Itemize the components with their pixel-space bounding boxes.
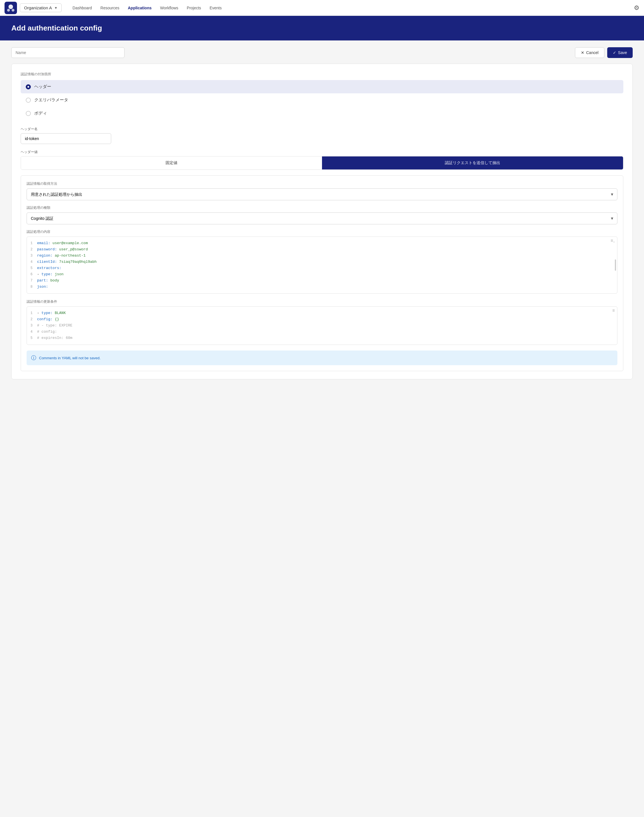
nav-links: Dashboard Resources Applications Workflo…: [69, 3, 634, 12]
svg-point-3: [12, 9, 14, 12]
nav-link-workflows[interactable]: Workflows: [156, 3, 182, 12]
top-bar-actions: ✕ Cancel ✓ Save: [575, 47, 633, 58]
update-condition-editor[interactable]: ☰ 1- type: BLANK2 config: {}3# - type: E…: [27, 307, 617, 345]
scroll-bar[interactable]: [615, 259, 616, 271]
code-line: 6 - type: json: [27, 271, 617, 277]
radio-label-header: ヘッダー: [34, 84, 51, 89]
update-condition-section: 認証情報の更新条件 ☰ 1- type: BLANK2 config: {}3#…: [27, 299, 617, 345]
svg-point-2: [7, 9, 10, 12]
form-card: 認証情報の付加箇所 ヘッダー クエリパラメータ: [11, 64, 633, 379]
auth-content-editor[interactable]: ☰⎯ 1email: user@example.com2password: us…: [27, 236, 617, 294]
code-line: 4# config:: [27, 329, 617, 335]
settings-icon[interactable]: ⚙: [634, 4, 639, 12]
radio-label-query: クエリパラメータ: [34, 97, 68, 103]
fetch-method-field: 認証情報の取得方法 用意された認証処理から抽出 ▼: [27, 181, 617, 200]
cancel-label: Cancel: [586, 51, 598, 55]
save-button[interactable]: ✓ Save: [607, 47, 633, 58]
radio-circle-header: [26, 84, 31, 89]
page-header: Add authentication config: [0, 16, 644, 40]
nav-link-applications[interactable]: Applications: [124, 3, 156, 12]
svg-point-1: [9, 5, 13, 9]
value-tabs: 固定値 認証リクエストを送信して抽出: [21, 156, 623, 170]
code-line: 3# - type: EXPIRE: [27, 322, 617, 329]
org-selector[interactable]: Organization A ▼: [20, 3, 62, 12]
nav-link-events[interactable]: Events: [206, 3, 226, 12]
radio-circle-query: [26, 98, 31, 103]
header-value-section: ヘッダー値 固定値 認証リクエストを送信して抽出: [21, 150, 623, 170]
code-line: 4clientId: 7siaq79aq0hql9abh: [27, 259, 617, 265]
page-title: Add authentication config: [11, 24, 633, 32]
info-icon: ⓘ: [31, 354, 36, 361]
auth-sub-section: 認証情報の取得方法 用意された認証処理から抽出 ▼ 認証処理の種類 Cognit…: [21, 175, 623, 371]
code-line: 3region: ap-northeast-1: [27, 253, 617, 259]
cancel-button[interactable]: ✕ Cancel: [575, 47, 604, 58]
radio-option-header[interactable]: ヘッダー: [21, 80, 623, 94]
cancel-icon: ✕: [581, 51, 584, 55]
radio-label-body: ボディ: [34, 110, 47, 116]
radio-circle-body: [26, 111, 31, 116]
auth-location-label: 認証情報の付加箇所: [21, 72, 623, 77]
nav-link-dashboard[interactable]: Dashboard: [69, 3, 96, 12]
top-bar: ✕ Cancel ✓ Save: [11, 47, 633, 58]
radio-option-body[interactable]: ボディ: [21, 107, 623, 120]
info-box: ⓘ Comments in YAML will not be saved.: [27, 351, 617, 365]
auth-content-section: 認証処理の内容 ☰⎯ 1email: user@example.com2pass…: [27, 230, 617, 294]
nav-link-projects[interactable]: Projects: [183, 3, 205, 12]
code-line: 8 json:: [27, 284, 617, 290]
save-label: Save: [618, 51, 627, 55]
org-name: Organization A: [24, 5, 52, 10]
code-line: 2password: user_p@ssword: [27, 247, 617, 253]
code-line: 1- type: BLANK: [27, 310, 617, 316]
header-value-label: ヘッダー値: [21, 150, 623, 155]
top-nav: Organization A ▼ Dashboard Resources App…: [0, 0, 644, 16]
auth-type-label: 認証処理の種類: [27, 205, 617, 210]
save-icon: ✓: [613, 51, 616, 55]
logo: [5, 2, 17, 14]
auth-request-tab[interactable]: 認証リクエストを送信して抽出: [322, 156, 623, 169]
fixed-value-tab[interactable]: 固定値: [21, 156, 322, 169]
name-input[interactable]: [11, 47, 124, 58]
nav-link-resources[interactable]: Resources: [97, 3, 123, 12]
code-line: 2 config: {}: [27, 316, 617, 322]
radio-option-query[interactable]: クエリパラメータ: [21, 94, 623, 107]
header-name-field: ヘッダー名: [21, 127, 623, 144]
header-name-input[interactable]: [21, 133, 111, 144]
fetch-method-select-wrapper: 用意された認証処理から抽出 ▼: [27, 189, 617, 200]
header-name-label: ヘッダー名: [21, 127, 623, 132]
update-condition-label: 認証情報の更新条件: [27, 299, 617, 304]
code-line: 5# expiresIn: 60m: [27, 335, 617, 341]
auth-location-section: 認証情報の付加箇所 ヘッダー クエリパラメータ: [21, 72, 623, 371]
auth-type-select-wrapper: Cognito 認証 ▼: [27, 213, 617, 224]
fetch-method-label: 認証情報の取得方法: [27, 181, 617, 186]
copy-icon[interactable]: ☰⎯: [610, 239, 615, 242]
info-text: Comments in YAML will not be saved.: [39, 356, 100, 360]
main-content: ✕ Cancel ✓ Save 認証情報の付加箇所 ヘッダー: [0, 40, 644, 817]
auth-content-label: 認証処理の内容: [27, 230, 617, 234]
code-line: 7 part: body: [27, 277, 617, 284]
code-line: 5extractors:: [27, 265, 617, 271]
chevron-down-icon: ▼: [54, 6, 57, 10]
radio-group: ヘッダー クエリパラメータ ボディ: [21, 80, 623, 120]
code-line: 1email: user@example.com: [27, 240, 617, 247]
copy-icon-2[interactable]: ☰: [612, 309, 615, 312]
fetch-method-select[interactable]: 用意された認証処理から抽出: [27, 189, 617, 200]
auth-type-select[interactable]: Cognito 認証: [27, 213, 617, 224]
auth-type-field: 認証処理の種類 Cognito 認証 ▼: [27, 205, 617, 224]
